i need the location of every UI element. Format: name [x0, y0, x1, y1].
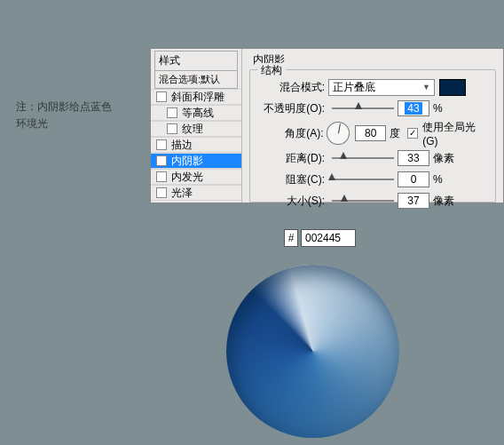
- label-opacity: 不透明度(O):: [256, 101, 328, 116]
- select-blend-mode[interactable]: 正片叠底 ▼: [328, 79, 435, 96]
- unit-opacity: %: [433, 102, 443, 115]
- slider-distance[interactable]: [332, 152, 394, 164]
- hex-color-display: # 002445: [284, 229, 356, 247]
- checkbox-inner-shadow[interactable]: ✓: [156, 155, 167, 166]
- unit-angle: 度: [390, 126, 400, 141]
- sidebar-item-satin[interactable]: 光泽: [151, 185, 241, 201]
- slider-opacity[interactable]: [332, 102, 394, 115]
- style-sidebar: 样式 混合选项:默认 斜面和浮雕 等高线 纹理 描边 ✓ 内阴影 内发光 光泽: [151, 49, 242, 203]
- style-main-panel: 内阴影 结构 混合模式: 正片叠底 ▼ 不透明度(O): 43 % 角度(A):: [242, 49, 503, 203]
- input-size[interactable]: 37: [398, 193, 429, 209]
- hex-input[interactable]: 002445: [301, 229, 356, 247]
- unit-size: 像素: [433, 194, 454, 209]
- hash-label: #: [284, 229, 298, 247]
- label-distance: 距离(D):: [256, 151, 328, 166]
- input-opacity[interactable]: 43: [398, 100, 429, 116]
- sidebar-label: 纹理: [182, 122, 203, 137]
- sidebar-item-contour[interactable]: 等高线: [151, 105, 241, 121]
- sidebar-blend-options[interactable]: 混合选项:默认: [154, 70, 238, 89]
- checkbox-global-light[interactable]: ✓: [407, 128, 418, 139]
- angle-dial[interactable]: [327, 122, 350, 145]
- sidebar-label: 内发光: [171, 170, 203, 185]
- sidebar-item-bevel[interactable]: 斜面和浮雕: [151, 89, 241, 105]
- sidebar-label: 等高线: [182, 106, 214, 121]
- row-opacity: 不透明度(O): 43 %: [256, 99, 490, 118]
- note-line2: 环境光: [16, 115, 112, 132]
- annotation-note: 注：内阴影给点蓝色 环境光: [16, 99, 112, 132]
- row-choke: 阻塞(C): 0 %: [256, 170, 490, 189]
- sidebar-label: 斜面和浮雕: [171, 90, 224, 105]
- unit-choke: %: [433, 173, 443, 186]
- sidebar-label: 描边: [171, 138, 193, 153]
- label-global-light: 使用全局光(G): [422, 120, 490, 147]
- label-choke: 阻塞(C):: [256, 172, 328, 187]
- sidebar-item-stroke[interactable]: 描边: [151, 137, 241, 153]
- checkbox-inner-glow[interactable]: [156, 171, 167, 182]
- layer-style-dialog: 样式 混合选项:默认 斜面和浮雕 等高线 纹理 描边 ✓ 内阴影 内发光 光泽: [150, 48, 504, 203]
- select-value: 正片叠底: [333, 80, 375, 95]
- checkbox-bevel[interactable]: [156, 91, 167, 102]
- slider-choke[interactable]: [332, 173, 394, 186]
- chevron-down-icon: ▼: [422, 83, 430, 91]
- panel-title: 内阴影: [253, 52, 496, 68]
- row-angle: 角度(A): 80 度 ✓ 使用全局光(G): [256, 120, 490, 147]
- unit-distance: 像素: [433, 151, 454, 166]
- label-blend-mode: 混合模式:: [256, 80, 328, 95]
- label-angle: 角度(A):: [256, 126, 327, 141]
- group-legend: 结构: [257, 63, 286, 78]
- label-size: 大小(S):: [256, 194, 328, 209]
- checkbox-texture[interactable]: [167, 123, 177, 134]
- shadow-color-swatch[interactable]: [439, 79, 466, 96]
- input-angle[interactable]: 80: [355, 125, 386, 141]
- row-distance: 距离(D): 33 像素: [256, 148, 490, 168]
- checkbox-satin[interactable]: [156, 187, 167, 198]
- preview-sphere: [226, 265, 399, 438]
- slider-size[interactable]: [332, 195, 394, 207]
- checkbox-stroke[interactable]: [156, 139, 167, 150]
- row-size: 大小(S): 37 像素: [256, 191, 490, 211]
- sidebar-label: 光泽: [171, 186, 193, 201]
- sidebar-item-texture[interactable]: 纹理: [151, 121, 241, 137]
- input-choke[interactable]: 0: [398, 171, 429, 187]
- input-distance[interactable]: 33: [398, 150, 429, 166]
- sidebar-item-inner-shadow[interactable]: ✓ 内阴影: [151, 153, 241, 169]
- note-line1: 注：内阴影给点蓝色: [16, 99, 112, 115]
- checkbox-contour[interactable]: [167, 107, 177, 118]
- sidebar-label: 内阴影: [171, 154, 203, 169]
- sidebar-item-inner-glow[interactable]: 内发光: [151, 169, 241, 185]
- sidebar-header: 样式: [154, 51, 238, 71]
- row-blend-mode: 混合模式: 正片叠底 ▼: [256, 77, 490, 97]
- structure-group: 结构 混合模式: 正片叠底 ▼ 不透明度(O): 43 % 角度(A): 80 …: [249, 69, 496, 203]
